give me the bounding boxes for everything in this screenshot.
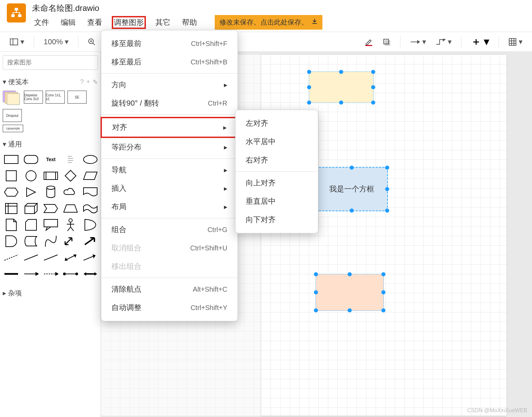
shape-card[interactable]: [22, 218, 40, 232]
selected-shape-blue[interactable]: 我是一个方框: [316, 167, 388, 211]
menu-item[interactable]: 导航▸: [101, 161, 238, 179]
shape-arrow[interactable]: [82, 234, 99, 248]
shape-trapezoid[interactable]: [62, 201, 79, 216]
menu-item[interactable]: 自动调整Ctrl+Shift+Y: [101, 298, 238, 317]
plus-icon[interactable]: +: [86, 78, 90, 86]
drawing-canvas[interactable]: 我是一个方框: [261, 55, 506, 416]
save-warning[interactable]: 修改未保存。点击此处保存。: [215, 15, 322, 30]
shape-cylinder[interactable]: [42, 185, 59, 199]
zoom-in-icon[interactable]: [88, 38, 95, 46]
scratch-shape[interactable]: Conv 1x1, s1: [46, 91, 65, 104]
shape-curve[interactable]: [42, 234, 59, 248]
menu-arrange[interactable]: 调整图形: [112, 16, 146, 29]
shape-line[interactable]: [22, 250, 40, 265]
submenu-item[interactable]: 水平居中: [235, 133, 318, 151]
menu-item[interactable]: 移至最后Ctrl+Shift+B: [101, 53, 238, 71]
menu-item-label: 自动调整: [111, 303, 141, 313]
shape-diamond[interactable]: [62, 169, 79, 183]
shape-document[interactable]: [82, 185, 99, 199]
chevron-right-icon: ▸: [224, 81, 227, 89]
sidebar-toggle-button[interactable]: ▾: [10, 37, 24, 46]
shape-internal-storage[interactable]: [3, 201, 20, 216]
shadow-icon[interactable]: [382, 38, 391, 46]
menu-item[interactable]: 对齐▸: [101, 117, 238, 138]
shape-ellipse[interactable]: [82, 152, 99, 167]
menu-item[interactable]: 旋转90° / 翻转Ctrl+R: [101, 94, 238, 112]
shape-triangle[interactable]: [22, 185, 40, 199]
shape-arrow-thin[interactable]: [22, 267, 40, 281]
shape-cube[interactable]: [22, 201, 40, 216]
shape-note[interactable]: [3, 218, 20, 232]
menu-item[interactable]: 插入▸: [101, 179, 238, 198]
shape-and[interactable]: [3, 234, 20, 248]
shape-dashed-line[interactable]: [3, 250, 20, 265]
shape-roundrect[interactable]: [22, 152, 40, 167]
shape-parallelogram[interactable]: [82, 169, 99, 183]
scratch-shape[interactable]: SE: [67, 91, 87, 104]
shape-textbox[interactable]: ━━━━━━━━━━━━━━: [62, 152, 79, 167]
help-icon[interactable]: ?: [80, 78, 83, 86]
scratch-shape-upsample[interactable]: Upsample: [3, 125, 23, 132]
selected-shape-yellow[interactable]: [309, 72, 374, 103]
pencil-icon[interactable]: ✎: [93, 78, 98, 86]
zoom-select[interactable]: 100% ▾: [44, 37, 69, 46]
line-color-icon[interactable]: [365, 38, 373, 46]
shape-text[interactable]: Text: [42, 152, 59, 167]
shape-callout[interactable]: [42, 218, 59, 232]
submenu-item[interactable]: 向上对齐: [235, 174, 318, 192]
table-icon[interactable]: ▾: [508, 37, 522, 46]
download-icon: [311, 18, 318, 26]
shape-bidir-thick[interactable]: [82, 267, 99, 281]
menu-help[interactable]: 帮助: [180, 16, 199, 29]
menubar: 文件 编辑 查看 调整图形 其它 帮助 修改未保存。点击此处保存。: [32, 15, 525, 30]
submenu-item[interactable]: 向下对齐: [235, 211, 318, 229]
shape-dashed-arrow[interactable]: [42, 267, 59, 281]
connection-icon[interactable]: ▾: [410, 37, 426, 46]
menu-view[interactable]: 查看: [85, 16, 104, 29]
menu-extras[interactable]: 其它: [153, 16, 172, 29]
menu-item[interactable]: 等距分布▸: [101, 138, 238, 156]
menu-item[interactable]: 布局▸: [101, 198, 238, 216]
scratch-shape[interactable]: Depwise Conv 3x3: [24, 91, 43, 104]
selected-shape-orange[interactable]: [316, 274, 384, 311]
scratch-shape[interactable]: Dropout: [3, 109, 22, 122]
menu-item[interactable]: 移至最前Ctrl+Shift+F: [101, 34, 238, 53]
scratchpad-section-header[interactable]: ▾ 便笺本 ? + ✎: [3, 77, 98, 87]
shape-or[interactable]: [82, 218, 99, 232]
shape-directional[interactable]: [82, 250, 99, 265]
menu-item-label: 插入: [111, 183, 126, 194]
shape-bidir-arrow[interactable]: [62, 234, 79, 248]
shape-circle[interactable]: [22, 169, 40, 183]
shape-bidir-conn[interactable]: [62, 250, 79, 265]
shape-rect[interactable]: [3, 152, 20, 167]
insert-icon[interactable]: ＋ ▾: [471, 35, 489, 49]
shape-tape[interactable]: [82, 201, 99, 216]
menu-item[interactable]: 组合Ctrl+G: [101, 220, 238, 239]
scratch-stack[interactable]: [3, 91, 21, 106]
shape-hexagon[interactable]: [3, 185, 20, 199]
waypoint-icon[interactable]: ▾: [436, 37, 452, 46]
menu-file[interactable]: 文件: [32, 16, 51, 29]
submenu-item[interactable]: 垂直居中: [235, 192, 318, 211]
shape-datastore[interactable]: [22, 234, 40, 248]
menu-item[interactable]: 方向▸: [101, 76, 238, 94]
menu-item[interactable]: 清除航点Alt+Shift+C: [101, 280, 238, 298]
general-section-header[interactable]: ▾ 通用: [3, 140, 98, 149]
toolbar-separator: [78, 36, 78, 48]
misc-section-header[interactable]: ▸ 杂项: [3, 289, 98, 298]
document-title[interactable]: 未命名绘图.drawio: [32, 3, 525, 14]
shape-line2[interactable]: [42, 250, 59, 265]
shape-square[interactable]: [3, 169, 20, 183]
submenu-item[interactable]: 右对齐: [235, 151, 318, 169]
menu-edit[interactable]: 编辑: [59, 16, 78, 29]
menu-item-label: 清除航点: [111, 284, 141, 294]
svg-rect-2: [18, 14, 21, 17]
shape-process[interactable]: [42, 169, 59, 183]
submenu-item[interactable]: 左对齐: [235, 114, 318, 133]
shape-step[interactable]: [42, 201, 59, 216]
shape-cloud[interactable]: [62, 185, 79, 199]
shape-conn-dots[interactable]: [62, 267, 79, 281]
shape-link[interactable]: [3, 267, 20, 281]
shape-actor[interactable]: [62, 218, 79, 232]
search-input[interactable]: [3, 55, 98, 70]
